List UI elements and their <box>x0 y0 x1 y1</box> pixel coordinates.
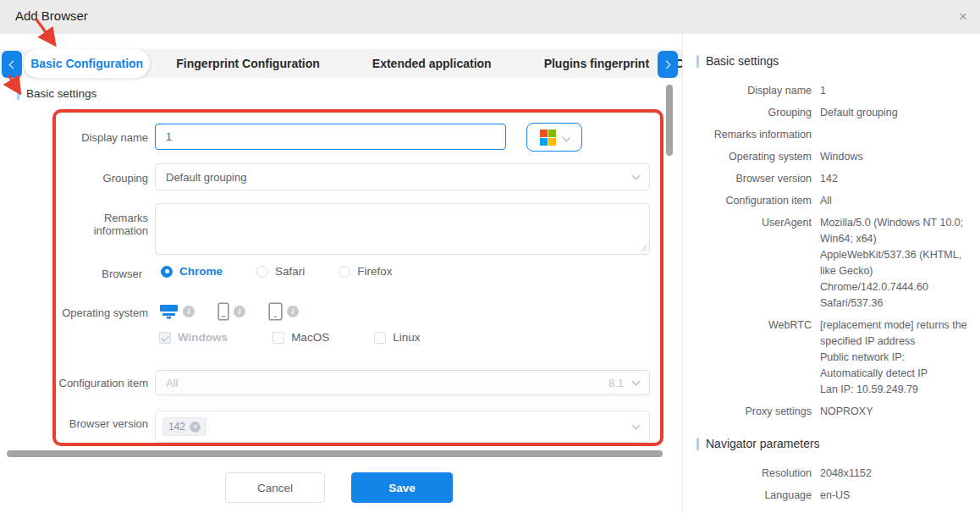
summary-label: Resolution <box>696 466 812 482</box>
radio-safari[interactable] <box>256 266 268 278</box>
radio-safari-label[interactable]: Safari <box>275 265 305 278</box>
display-name-input[interactable]: 1 <box>155 124 506 150</box>
grouping-value: Default grouping <box>166 171 246 184</box>
browser-version-select[interactable]: 142 × <box>155 411 650 443</box>
checkbox-windows-label[interactable]: Windows <box>178 331 228 344</box>
summary-row-display-name: Display name 1 <box>696 83 970 99</box>
summary-value: 2048x1152 <box>820 466 970 482</box>
browser-icon-picker[interactable] <box>526 123 582 152</box>
browser-version-tag: 142 × <box>162 417 206 436</box>
radio-firefox[interactable] <box>339 266 350 278</box>
summary-label: Remarks information <box>696 127 812 143</box>
close-icon[interactable]: × <box>955 8 972 25</box>
configuration-item-label: Configuration item <box>52 377 148 389</box>
remarks-label: Remarks information <box>52 212 148 237</box>
windows-logo-icon <box>540 130 556 146</box>
summary-label: Display name <box>696 83 812 99</box>
browser-version-label: Browser version <box>52 417 148 430</box>
summary-navigator-header: Navigator parameters <box>696 437 970 450</box>
display-name-label: Display name <box>52 131 148 144</box>
tab-fingerprint-configuration[interactable]: Fingerprint Configuration <box>150 57 346 70</box>
form-section-header: Basic settings <box>17 87 96 100</box>
radio-chrome-label[interactable]: Chrome <box>179 265 223 278</box>
summary-value: All <box>820 193 970 209</box>
grouping-select[interactable]: Default grouping <box>155 163 650 190</box>
form-section-title: Basic settings <box>26 87 96 100</box>
configuration-item-hint: 8.1 <box>608 377 624 389</box>
os-device-type-row: i i i <box>159 302 299 321</box>
summary-row-language: Language en-US <box>696 488 970 504</box>
checkbox-linux[interactable] <box>374 332 386 344</box>
summary-row-proxy-settings: Proxy settings NOPROXY <box>696 404 970 420</box>
chevron-down-icon <box>632 422 641 430</box>
summary-label: Grouping <box>696 105 812 121</box>
tabs-scroll-left-button[interactable] <box>2 51 22 78</box>
checkbox-windows[interactable] <box>159 332 171 344</box>
section-marker-bar <box>696 438 699 450</box>
display-name-value: 1 <box>166 130 172 143</box>
summary-value: en-US <box>820 488 970 504</box>
summary-value: [replacement mode] returns the specified… <box>820 317 970 398</box>
vertical-scrollbar[interactable] <box>666 85 673 156</box>
tab-extended-application[interactable]: Extended application <box>346 57 518 70</box>
summary-value: 142 <box>820 171 970 187</box>
summary-row-operating-system: Operating system Windows <box>696 149 970 165</box>
grouping-label: Grouping <box>52 172 148 185</box>
device-tablet-selector[interactable]: i <box>268 302 299 321</box>
summary-row-resolution: Resolution 2048x1152 <box>696 466 970 482</box>
browser-radio-group: Chrome Safari Firefox <box>161 265 427 278</box>
browser-version-tag-text: 142 <box>168 421 185 433</box>
summary-value: Mozilla/5.0 (Windows NT 10.0; Win64; x64… <box>820 215 970 312</box>
tabs-scroll-right-button[interactable] <box>658 51 678 78</box>
resize-grip-icon[interactable] <box>639 244 647 252</box>
browser-label: Browser <box>52 268 142 280</box>
checkbox-macos[interactable] <box>273 332 284 344</box>
summary-label: Language <box>696 488 812 504</box>
summary-label: UserAgent <box>696 215 812 312</box>
operating-system-label: Operating system <box>52 306 148 319</box>
save-button[interactable]: Save <box>351 472 453 503</box>
chevron-down-icon <box>632 172 641 180</box>
summary-row-webrtc: WebRTC [replacement mode] returns the sp… <box>696 317 970 398</box>
summary-row-configuration-item: Configuration item All <box>696 193 970 209</box>
summary-basic-title: Basic settings <box>706 54 779 68</box>
radio-firefox-label[interactable]: Firefox <box>357 265 392 278</box>
phone-icon <box>217 302 229 321</box>
configuration-item-select[interactable]: All 8.1 <box>155 370 650 395</box>
radio-chrome[interactable] <box>161 266 173 278</box>
horizontal-scrollbar[interactable] <box>7 450 663 457</box>
device-phone-selector[interactable]: i <box>217 302 245 321</box>
summary-label: Accept-Language <box>696 510 812 513</box>
summary-row-useragent: UserAgent Mozilla/5.0 (Windows NT 10.0; … <box>696 215 970 312</box>
cancel-button[interactable]: Cancel <box>225 472 325 503</box>
checkbox-macos-label[interactable]: MacOS <box>291 331 329 344</box>
device-desktop-selector[interactable]: i <box>159 303 195 321</box>
chevron-down-icon <box>562 133 570 141</box>
summary-value: en-US,en;q=0.9 <box>820 510 970 513</box>
info-icon[interactable]: i <box>287 306 299 317</box>
tab-strip: Basic Configuration Fingerprint Configur… <box>0 49 682 78</box>
section-marker-bar <box>17 87 19 100</box>
summary-panel: Basic settings Display name 1 Grouping D… <box>682 34 980 513</box>
chevron-down-icon <box>632 378 641 386</box>
summary-value <box>820 127 970 143</box>
info-icon[interactable]: i <box>234 306 245 317</box>
remarks-textarea[interactable] <box>155 203 650 255</box>
desktop-icon <box>159 303 179 321</box>
add-browser-dialog: Add Browser × Basic Configuration Finger… <box>0 0 980 513</box>
summary-row-accept-language: Accept-Language en-US,en;q=0.9 <box>696 510 970 513</box>
info-icon[interactable]: i <box>183 306 195 317</box>
checkbox-linux-label[interactable]: Linux <box>393 331 420 344</box>
annotation-highlight-rectangle <box>52 109 663 446</box>
summary-row-browser-version: Browser version 142 <box>696 171 970 187</box>
configuration-item-placeholder: All <box>166 377 178 389</box>
tag-remove-icon[interactable]: × <box>190 422 201 433</box>
summary-basic-header: Basic settings <box>696 54 970 68</box>
summary-value: Windows <box>820 149 970 165</box>
chevron-left-icon <box>9 60 18 69</box>
tab-basic-configuration[interactable]: Basic Configuration <box>24 49 150 78</box>
os-checkbox-group: Windows MacOS Linux <box>159 331 465 344</box>
summary-label: WebRTC <box>696 317 812 398</box>
tab-plugins-fingerprint[interactable]: Plugins fingerprint <box>518 57 675 70</box>
summary-row-grouping: Grouping Default grouping <box>696 105 970 121</box>
